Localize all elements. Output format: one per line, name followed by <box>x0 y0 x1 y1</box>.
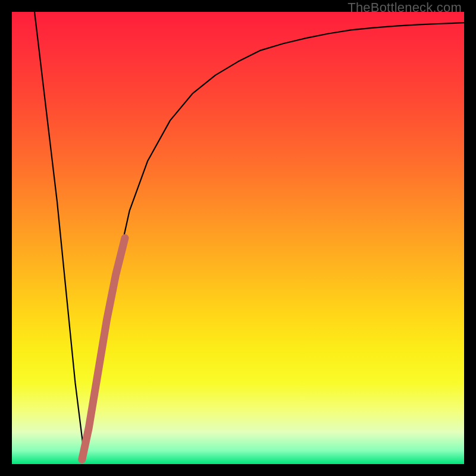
curve-layer <box>12 12 464 464</box>
highlight-segment <box>82 238 125 459</box>
outer-frame: TheBottleneck.com <box>0 0 476 476</box>
plot-area <box>12 12 464 464</box>
